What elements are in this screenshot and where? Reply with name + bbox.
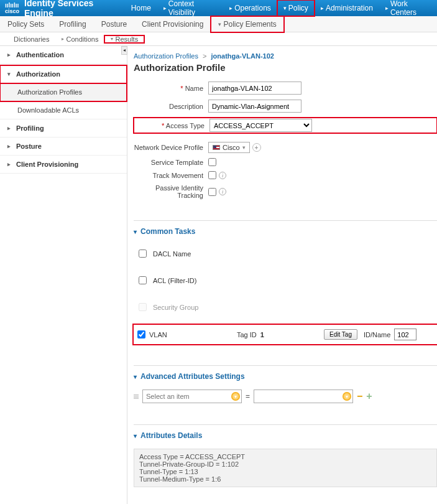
- task-vlan: VLAN Tag ID 1 Edit Tag ID/Name: [134, 325, 437, 344]
- subnav-policy-sets[interactable]: Policy Sets: [0, 16, 52, 32]
- sidebar: ◂ Authentication Authorization Authoriza…: [0, 46, 127, 504]
- sidebar-item-authorization-profiles[interactable]: Authorization Profiles: [0, 83, 127, 101]
- label-track-movement: Track Movement: [134, 172, 208, 179]
- row-track-movement: Track Movement i: [134, 171, 437, 179]
- sidebar-item-client-provisioning[interactable]: Client Provisioning: [0, 156, 127, 174]
- divider: [134, 220, 437, 221]
- equals-sign: =: [246, 392, 250, 401]
- checkbox-service-template[interactable]: [208, 158, 216, 166]
- sidebar-collapse-button[interactable]: ◂: [121, 46, 127, 55]
- task-acl: ACL (Filter-ID): [134, 271, 437, 289]
- dropdown-icon[interactable]: ▾: [231, 392, 240, 401]
- plus-icon: +: [255, 144, 259, 151]
- input-description[interactable]: [208, 100, 301, 113]
- nav-work-centers[interactable]: Work Centers: [379, 0, 437, 16]
- subnav-posture[interactable]: Posture: [94, 16, 134, 32]
- row-passive-identity: Passive Identity Tracking i: [134, 184, 437, 199]
- row-name: Name: [134, 82, 437, 95]
- nav-home[interactable]: Home: [125, 0, 157, 16]
- sidebar-item-downloadable-acls[interactable]: Downloadable ACLs: [0, 101, 127, 119]
- cisco-bars-icon: ıılıılıı: [5, 2, 19, 9]
- nav-context-visibility[interactable]: Context Visibility: [157, 0, 223, 16]
- label-passive-identity: Passive Identity Tracking: [134, 184, 208, 199]
- subnav-policy-elements[interactable]: Policy Elements: [211, 16, 283, 32]
- breadcrumb-root[interactable]: Authorization Profiles: [134, 52, 198, 60]
- row-access-type: Access Type ACCESS_ACCEPT: [134, 118, 437, 133]
- row-network-device-profile: Network Device Profile Cisco ▾ +: [134, 142, 437, 153]
- task-security-group: Security Group: [134, 298, 437, 316]
- drag-handle-icon[interactable]: [134, 394, 139, 399]
- breadcrumb-sep: >: [203, 52, 206, 60]
- thirdnav-conditions[interactable]: Conditions: [55, 35, 104, 43]
- dropdown-icon[interactable]: ▾: [343, 392, 351, 401]
- sidebar-item-profiling[interactable]: Profiling: [0, 119, 127, 138]
- ndp-value: Cisco: [223, 144, 240, 151]
- label-vlan: VLAN: [149, 331, 167, 338]
- info-icon[interactable]: i: [219, 188, 226, 195]
- label-service-template: Service Template: [134, 159, 208, 166]
- label-security-group: Security Group: [153, 304, 198, 311]
- brand-logo: ıılıılıı cisco: [0, 2, 24, 14]
- checkbox-vlan[interactable]: [137, 330, 145, 338]
- select-access-type[interactable]: ACCESS_ACCEPT: [209, 119, 312, 132]
- input-name[interactable]: [208, 82, 301, 95]
- label-name: Name: [134, 85, 208, 92]
- row-description: Description: [134, 100, 437, 113]
- sidebar-item-posture[interactable]: Posture: [0, 138, 127, 156]
- nav-policy[interactable]: Policy: [277, 0, 315, 16]
- label-dacl: DACL Name: [153, 250, 191, 258]
- sidebar-item-authentication[interactable]: Authentication: [0, 46, 127, 64]
- subbar: Policy Sets Profiling Posture Client Pro…: [0, 16, 437, 32]
- input-id-name[interactable]: [394, 329, 416, 340]
- attributes-details-box: Access Type = ACCESS_ACCEPT Tunnel-Priva…: [134, 449, 437, 487]
- label-acl: ACL (Filter-ID): [153, 277, 196, 284]
- checkbox-acl[interactable]: [139, 276, 147, 284]
- divider: [134, 365, 437, 366]
- add-row-button[interactable]: +: [366, 391, 372, 402]
- task-dacl-name: DACL Name: [134, 245, 437, 263]
- label-access-type: Access Type: [135, 122, 209, 129]
- flag-icon: [213, 145, 220, 150]
- breadcrumb: Authorization Profiles > jonathga-VLAN-1…: [134, 52, 437, 60]
- thirdnav-results[interactable]: Results: [104, 35, 144, 43]
- label-tag-id: Tag ID: [237, 331, 257, 338]
- checkbox-security-group: [139, 303, 147, 311]
- checkbox-dacl[interactable]: [139, 250, 147, 258]
- advanced-row: ▾ = ▾ − +: [134, 390, 437, 403]
- topbar: ıılıılıı cisco Identity Services Engine …: [0, 0, 437, 16]
- value-tag-id: 1: [260, 331, 264, 338]
- chevron-down-icon: ▾: [242, 144, 246, 151]
- edit-tag-button[interactable]: Edit Tag: [324, 329, 357, 340]
- breadcrumb-current: jonathga-VLAN-102: [211, 52, 274, 60]
- subnav-profiling[interactable]: Profiling: [52, 16, 93, 32]
- info-icon[interactable]: i: [219, 172, 226, 179]
- combo-value-input[interactable]: [254, 390, 352, 403]
- page-title: Authorization Profile: [134, 62, 437, 73]
- combo-attribute-input[interactable]: [143, 390, 241, 403]
- divider: [134, 424, 437, 425]
- subnav-client-provisioning[interactable]: Client Provisioning: [134, 16, 211, 32]
- checkbox-passive-identity[interactable]: [208, 188, 216, 196]
- remove-row-button[interactable]: −: [357, 391, 362, 402]
- checkbox-track-movement[interactable]: [208, 171, 216, 179]
- thirdnav-dictionaries[interactable]: Dictionaries: [7, 35, 55, 43]
- label-description: Description: [134, 103, 208, 110]
- main: ◂ Authentication Authorization Authoriza…: [0, 46, 437, 504]
- combo-value[interactable]: ▾: [254, 390, 353, 403]
- section-attributes-details[interactable]: Attributes Details: [134, 431, 437, 440]
- thirdbar: Dictionaries Conditions Results: [0, 32, 437, 46]
- label-id-name: ID/Name: [364, 331, 390, 338]
- content: Authorization Profiles > jonathga-VLAN-1…: [127, 46, 437, 504]
- section-common-tasks[interactable]: Common Tasks: [134, 227, 437, 236]
- label-ndp: Network Device Profile: [134, 144, 208, 151]
- combo-attribute[interactable]: ▾: [142, 390, 242, 403]
- nav-administration[interactable]: Administration: [315, 0, 379, 16]
- cisco-text: cisco: [5, 9, 19, 14]
- nav-operations[interactable]: Operations: [223, 0, 277, 16]
- add-ndp-button[interactable]: +: [252, 143, 261, 152]
- select-network-device-profile[interactable]: Cisco ▾: [208, 142, 250, 153]
- sidebar-item-authorization[interactable]: Authorization: [0, 65, 127, 83]
- row-service-template: Service Template: [134, 158, 437, 166]
- section-advanced-attributes[interactable]: Advanced Attributes Settings: [134, 372, 437, 381]
